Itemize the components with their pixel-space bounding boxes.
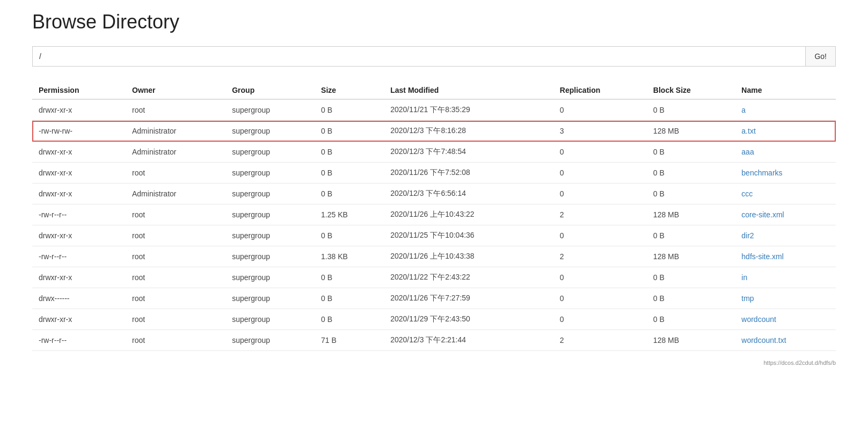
table-row: -rw-r--r--rootsupergroup1.38 KB2020/11/2… [32,246,836,267]
cell-permission: -rw-rw-rw- [32,121,126,142]
table-row: -rw-r--r--rootsupergroup71 B2020/12/3 下午… [32,330,836,351]
cell-group: supergroup [225,142,315,163]
path-input[interactable] [32,46,805,67]
col-owner: Owner [126,82,225,99]
cell-owner: Administrator [126,121,225,142]
col-last-modified: Last Modified [384,82,553,99]
cell-name: dir2 [735,225,836,246]
cell-last_modified: 2020/11/26 下午7:52:08 [384,163,553,184]
file-link-core-site.xml[interactable]: core-site.xml [741,210,784,219]
col-permission: Permission [32,82,126,99]
cell-size: 71 B [315,330,384,351]
cell-block_size: 128 MB [647,330,735,351]
cell-block_size: 0 B [647,309,735,330]
cell-permission: drwxr-xr-x [32,267,126,288]
cell-name: benchmarks [735,163,836,184]
file-link-benchmarks[interactable]: benchmarks [741,168,782,177]
cell-group: supergroup [225,246,315,267]
file-link-wordcount.txt[interactable]: wordcount.txt [741,336,786,345]
cell-block_size: 0 B [647,142,735,163]
cell-block_size: 0 B [647,99,735,121]
file-link-hdfs-site.xml[interactable]: hdfs-site.xml [741,252,784,261]
cell-owner: root [126,288,225,309]
cell-replication: 0 [553,142,647,163]
cell-replication: 0 [553,267,647,288]
table-row: -rw-rw-rw-Administratorsupergroup0 B2020… [32,121,836,142]
col-size: Size [315,82,384,99]
file-link-a.txt[interactable]: a.txt [741,127,755,135]
table-header-row: Permission Owner Group Size Last Modifie… [32,82,836,99]
cell-group: supergroup [225,99,315,121]
cell-last_modified: 2020/12/3 下午6:56:14 [384,184,553,204]
cell-last_modified: 2020/11/26 下午7:27:59 [384,288,553,309]
cell-last_modified: 2020/11/26 上午10:43:22 [384,204,553,225]
cell-name: wordcount.txt [735,330,836,351]
cell-permission: drwx------ [32,288,126,309]
table-row: drwxr-xr-xrootsupergroup0 B2020/11/26 下午… [32,163,836,184]
table-row: -rw-r--r--rootsupergroup1.25 KB2020/11/2… [32,204,836,225]
cell-last_modified: 2020/12/3 下午2:21:44 [384,330,553,351]
cell-group: supergroup [225,121,315,142]
cell-block_size: 0 B [647,225,735,246]
cell-owner: Administrator [126,142,225,163]
cell-replication: 0 [553,99,647,121]
col-block-size: Block Size [647,82,735,99]
cell-replication: 2 [553,330,647,351]
cell-block_size: 128 MB [647,121,735,142]
cell-replication: 0 [553,163,647,184]
cell-block_size: 0 B [647,163,735,184]
cell-name: hdfs-site.xml [735,246,836,267]
cell-owner: root [126,309,225,330]
cell-block_size: 0 B [647,184,735,204]
cell-replication: 2 [553,246,647,267]
cell-block_size: 0 B [647,267,735,288]
file-link-dir2[interactable]: dir2 [741,231,754,240]
file-link-a[interactable]: a [741,106,746,114]
file-link-in[interactable]: in [741,273,747,282]
cell-block_size: 0 B [647,288,735,309]
cell-group: supergroup [225,204,315,225]
cell-permission: -rw-r--r-- [32,246,126,267]
file-link-ccc[interactable]: ccc [741,189,753,198]
cell-size: 0 B [315,309,384,330]
cell-size: 0 B [315,121,384,142]
cell-last_modified: 2020/11/29 下午2:43:50 [384,309,553,330]
cell-block_size: 128 MB [647,246,735,267]
go-button[interactable]: Go! [805,46,836,67]
cell-permission: drwxr-xr-x [32,99,126,121]
cell-permission: drwxr-xr-x [32,309,126,330]
cell-last_modified: 2020/11/21 下午8:35:29 [384,99,553,121]
cell-name: core-site.xml [735,204,836,225]
file-link-wordcount[interactable]: wordcount [741,315,776,324]
cell-block_size: 128 MB [647,204,735,225]
cell-permission: -rw-r--r-- [32,330,126,351]
table-row: drwx------rootsupergroup0 B2020/11/26 下午… [32,288,836,309]
cell-permission: drwxr-xr-x [32,184,126,204]
cell-replication: 0 [553,288,647,309]
cell-replication: 3 [553,121,647,142]
cell-group: supergroup [225,184,315,204]
cell-name: a [735,99,836,121]
cell-name: wordcount [735,309,836,330]
cell-permission: -rw-r--r-- [32,204,126,225]
cell-last_modified: 2020/12/3 下午8:16:28 [384,121,553,142]
cell-group: supergroup [225,309,315,330]
cell-last_modified: 2020/11/22 下午2:43:22 [384,267,553,288]
cell-size: 0 B [315,184,384,204]
col-replication: Replication [553,82,647,99]
cell-owner: root [126,204,225,225]
file-link-aaa[interactable]: aaa [741,148,754,156]
cell-name: aaa [735,142,836,163]
cell-group: supergroup [225,163,315,184]
cell-permission: drwxr-xr-x [32,163,126,184]
cell-replication: 0 [553,184,647,204]
cell-size: 0 B [315,267,384,288]
cell-name: ccc [735,184,836,204]
cell-size: 0 B [315,142,384,163]
cell-owner: root [126,163,225,184]
table-row: drwxr-xr-xAdministratorsupergroup0 B2020… [32,142,836,163]
file-link-tmp[interactable]: tmp [741,294,754,303]
footer-url: https://dcos.d2cdut.d/hdfs/b [32,360,836,366]
directory-table: Permission Owner Group Size Last Modifie… [32,82,836,351]
search-bar: Go! [32,46,836,67]
